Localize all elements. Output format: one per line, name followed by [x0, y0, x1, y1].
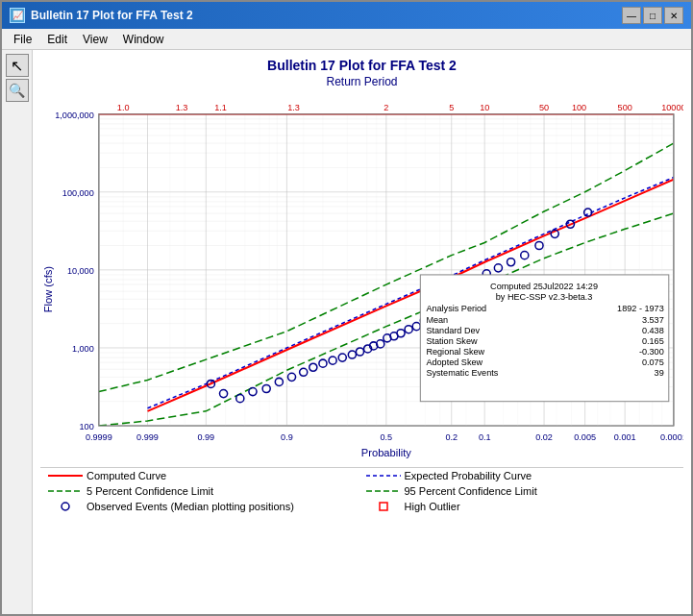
- chart-title: Bulletin 17 Plot for FFA Test 2: [40, 58, 683, 73]
- svg-text:0.165: 0.165: [642, 336, 664, 346]
- svg-text:2: 2: [384, 103, 388, 112]
- chart-area: Bulletin 17 Plot for FFA Test 2 Return P…: [33, 50, 691, 614]
- legend-95pct: 95 Percent Confidence Limit: [366, 485, 677, 497]
- svg-text:0.999: 0.999: [136, 432, 159, 442]
- svg-text:1892 - 1973: 1892 - 1973: [617, 304, 664, 313]
- svg-text:0.075: 0.075: [642, 357, 664, 367]
- svg-text:Station Skew: Station Skew: [426, 336, 478, 346]
- menu-edit[interactable]: Edit: [39, 31, 75, 48]
- chart-legend: Computed Curve Expected Probability Curv…: [40, 467, 683, 514]
- svg-text:Mean: Mean: [426, 315, 448, 325]
- toolbar: ↖ 🔍: [2, 50, 33, 614]
- svg-text:1,000,000: 1,000,000: [55, 111, 94, 120]
- svg-text:-0.300: -0.300: [639, 347, 664, 357]
- legend-expected-curve: Expected Probability Curve: [366, 470, 677, 481]
- legend-observed-label: Observed Events (Median plotting positio…: [87, 501, 294, 512]
- svg-text:1.3: 1.3: [287, 103, 300, 112]
- svg-text:0.9: 0.9: [281, 432, 293, 442]
- menu-window[interactable]: Window: [115, 31, 172, 48]
- svg-text:10000: 10000: [661, 103, 683, 112]
- svg-text:100: 100: [572, 103, 586, 112]
- svg-text:Analysis Period: Analysis Period: [426, 304, 486, 313]
- app-icon: 📈: [10, 8, 25, 23]
- chart-container: 100 1,000 10,000 100,000 1,000,000 Flow …: [40, 92, 683, 467]
- svg-text:0.5: 0.5: [381, 432, 393, 442]
- svg-text:0.99: 0.99: [197, 432, 214, 442]
- title-bar-left: 📈 Bulletin 17 Plot for FFA Test 2: [10, 8, 193, 23]
- svg-text:0.2: 0.2: [445, 432, 458, 442]
- svg-text:500: 500: [618, 103, 632, 112]
- svg-text:0.0001: 0.0001: [660, 432, 683, 442]
- legend-high-outlier-label: High Outlier: [405, 501, 460, 512]
- legend-computed-curve: Computed Curve: [48, 470, 359, 481]
- legend-5pct: 5 Percent Confidence Limit: [48, 485, 359, 497]
- svg-text:39: 39: [655, 368, 664, 378]
- minimize-button[interactable]: —: [622, 7, 641, 24]
- legend-high-outlier: High Outlier: [366, 501, 677, 512]
- close-button[interactable]: ✕: [664, 7, 683, 24]
- chart-svg: 100 1,000 10,000 100,000 1,000,000 Flow …: [40, 92, 683, 467]
- menu-view[interactable]: View: [75, 31, 115, 48]
- title-bar: 📈 Bulletin 17 Plot for FFA Test 2 — □ ✕: [2, 2, 691, 29]
- select-tool-button[interactable]: ↖: [6, 54, 29, 77]
- svg-rect-164: [380, 503, 387, 510]
- svg-text:Probability: Probability: [361, 447, 411, 458]
- svg-point-163: [62, 503, 69, 510]
- svg-text:1,000: 1,000: [72, 344, 94, 354]
- svg-text:Standard Dev: Standard Dev: [426, 326, 480, 335]
- svg-text:0.001: 0.001: [614, 432, 636, 442]
- svg-text:Flow (cfs): Flow (cfs): [42, 266, 54, 313]
- legend-computed-label: Computed Curve: [87, 470, 166, 481]
- maximize-button[interactable]: □: [643, 7, 662, 24]
- svg-text:Computed 25Jul2022 14:29: Computed 25Jul2022 14:29: [490, 282, 598, 291]
- main-window: 📈 Bulletin 17 Plot for FFA Test 2 — □ ✕ …: [0, 0, 693, 616]
- svg-text:0.005: 0.005: [574, 432, 596, 442]
- svg-text:100: 100: [80, 422, 94, 431]
- menu-bar: File Edit View Window: [2, 29, 691, 50]
- svg-text:by HEC-SSP v2.3-beta.3: by HEC-SSP v2.3-beta.3: [496, 292, 593, 302]
- svg-text:50: 50: [539, 103, 549, 112]
- svg-text:5: 5: [449, 103, 454, 112]
- svg-text:Regional Skew: Regional Skew: [426, 347, 484, 357]
- svg-text:1.3: 1.3: [176, 103, 188, 112]
- svg-text:Systematic Events: Systematic Events: [426, 368, 498, 378]
- menu-file[interactable]: File: [6, 31, 39, 48]
- chart-subtitle: Return Period: [40, 75, 683, 88]
- legend-5pct-label: 5 Percent Confidence Limit: [87, 485, 213, 497]
- legend-95pct-label: 95 Percent Confidence Limit: [405, 485, 537, 497]
- legend-observed: Observed Events (Median plotting positio…: [48, 501, 359, 512]
- svg-text:100,000: 100,000: [62, 188, 94, 198]
- window-title: Bulletin 17 Plot for FFA Test 2: [31, 9, 193, 22]
- legend-expected-label: Expected Probability Curve: [405, 470, 532, 481]
- svg-text:3.537: 3.537: [642, 315, 664, 325]
- svg-text:0.9999: 0.9999: [86, 432, 112, 442]
- zoom-tool-button[interactable]: 🔍: [6, 79, 29, 102]
- svg-text:10,000: 10,000: [67, 266, 94, 276]
- svg-text:0.1: 0.1: [479, 432, 491, 442]
- svg-text:1.0: 1.0: [117, 103, 130, 112]
- svg-text:Adopted Skew: Adopted Skew: [426, 357, 483, 367]
- content-area: ↖ 🔍 Bulletin 17 Plot for FFA Test 2 Retu…: [2, 50, 691, 614]
- svg-text:0.438: 0.438: [642, 326, 664, 335]
- svg-text:1.1: 1.1: [214, 103, 227, 112]
- svg-text:0.02: 0.02: [535, 432, 553, 442]
- svg-text:10: 10: [480, 103, 489, 112]
- title-bar-buttons: — □ ✕: [622, 7, 683, 24]
